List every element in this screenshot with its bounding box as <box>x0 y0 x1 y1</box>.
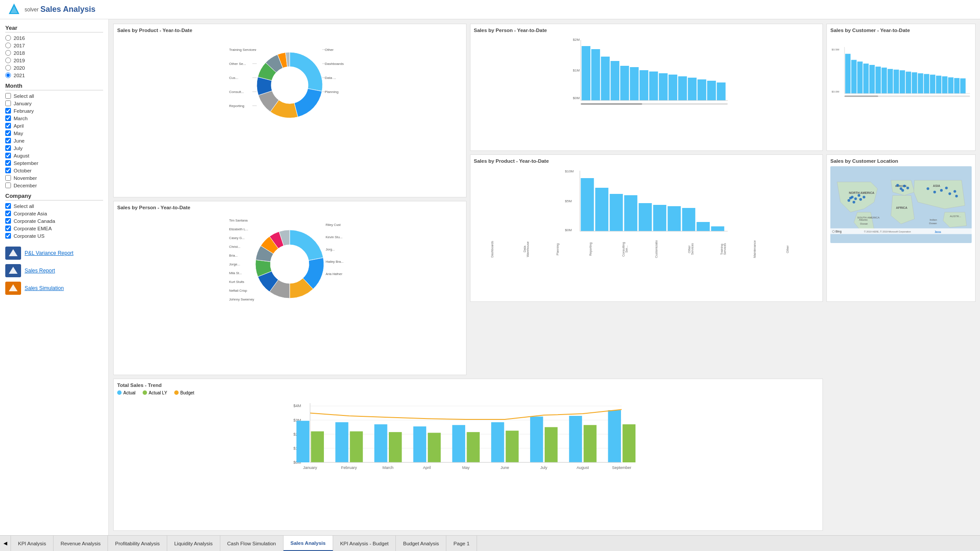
svg-text:Neftali Crisp: Neftali Crisp <box>229 289 247 293</box>
tab-liquidity-analysis[interactable]: Liquidity Analysis <box>167 536 220 551</box>
svg-rect-99 <box>696 222 710 231</box>
svg-rect-155 <box>428 433 441 462</box>
svg-rect-31 <box>857 61 862 93</box>
bottom-tabs: ◀ KPI AnalysisRevenue AnalysisProfitabil… <box>0 535 980 551</box>
legend-item-budget: Budget <box>174 390 194 395</box>
company-item-corporate-asia[interactable]: Corporate Asia <box>5 210 103 217</box>
svg-text:$0.5M: $0.5M <box>832 48 839 51</box>
product-donut-card: Sales by Product - Year-to-Date Training… <box>113 24 467 197</box>
month-item-select-all[interactable]: Select all <box>5 92 103 100</box>
month-item-june[interactable]: June <box>5 137 103 144</box>
tab-cash-flow-simulation[interactable]: Cash Flow Simulation <box>220 536 284 551</box>
svg-point-122 <box>896 184 899 187</box>
svg-text:March: March <box>382 465 393 470</box>
svg-rect-160 <box>530 416 543 462</box>
svg-rect-30 <box>851 60 857 93</box>
month-item-july[interactable]: July <box>5 144 103 152</box>
svg-text:Ocean: Ocean <box>929 222 937 225</box>
svg-point-117 <box>847 199 850 202</box>
svg-rect-151 <box>350 431 363 462</box>
month-item-september[interactable]: September <box>5 159 103 167</box>
month-item-october[interactable]: October <box>5 167 103 174</box>
tab-revenue-analysis[interactable]: Revenue Analysis <box>54 536 108 551</box>
svg-rect-150 <box>335 422 348 462</box>
svg-rect-10 <box>601 57 610 100</box>
svg-rect-52 <box>844 96 878 97</box>
month-item-january[interactable]: January <box>5 100 103 107</box>
legend-item-actual-ly: Actual LY <box>143 390 167 395</box>
svg-point-119 <box>859 198 862 201</box>
year-item-2016[interactable]: 2016 <box>5 34 103 42</box>
svg-rect-29 <box>845 54 851 93</box>
tab-page-1[interactable]: Page 1 <box>446 536 477 551</box>
sidebar-link-p&l-variance-report[interactable]: P&L Variance Report <box>5 247 103 260</box>
svg-text:Kurt Stults: Kurt Stults <box>229 280 244 284</box>
product-bar-svg: $10M $5M $0M <box>474 166 819 239</box>
svg-text:Indian: Indian <box>930 218 937 221</box>
svg-text:$0.0M: $0.0M <box>832 90 839 93</box>
svg-rect-12 <box>620 66 629 100</box>
month-item-august[interactable]: August <box>5 152 103 159</box>
tab-budget-analysis[interactable]: Budget Analysis <box>396 536 446 551</box>
svg-rect-153 <box>389 432 402 462</box>
svg-rect-16 <box>659 73 668 100</box>
svg-point-118 <box>853 201 855 204</box>
svg-point-72 <box>270 245 309 283</box>
month-item-february[interactable]: February <box>5 107 103 114</box>
company-item-corporate-us[interactable]: Corporate US <box>5 232 103 240</box>
svg-text:AUSTR...: AUSTR... <box>950 215 961 218</box>
svg-text:Kevin Stu...: Kevin Stu... <box>326 235 342 239</box>
map-svg: NORTH AMERICA Atlantic Ocean SOUTH AMERI… <box>830 166 972 243</box>
year-item-2021[interactable]: 2021 <box>5 72 103 79</box>
svg-text:Cus...: Cus... <box>229 76 238 80</box>
month-item-april[interactable]: April <box>5 122 103 129</box>
svg-rect-161 <box>545 427 558 462</box>
year-item-2019[interactable]: 2019 <box>5 57 103 64</box>
company-item-corporate-canada[interactable]: Corporate Canada <box>5 217 103 225</box>
svg-text:$1M: $1M <box>573 68 580 72</box>
svg-rect-96 <box>653 205 666 231</box>
month-item-march[interactable]: March <box>5 114 103 122</box>
svg-text:Data ...: Data ... <box>325 76 336 80</box>
svg-rect-40 <box>912 72 917 93</box>
sidebar-link-sales-report[interactable]: Sales Report <box>5 264 103 277</box>
svg-text:$5M: $5M <box>565 199 572 203</box>
svg-text:September: September <box>612 465 631 470</box>
svg-rect-39 <box>906 72 911 93</box>
tab-prev-arrow[interactable]: ◀ <box>0 536 11 551</box>
svg-rect-163 <box>584 425 597 462</box>
month-item-november[interactable]: November <box>5 174 103 182</box>
year-item-2017[interactable]: 2017 <box>5 42 103 49</box>
product-donut-svg: Training ServicesOther Se...Cus...Consul… <box>228 38 351 130</box>
svg-rect-98 <box>682 208 695 231</box>
svg-rect-17 <box>668 75 677 100</box>
svg-text:Jorg...: Jorg... <box>326 247 335 251</box>
legend-item-actual: Actual <box>117 390 136 395</box>
tab-kpi-analysis---budget[interactable]: KPI Analysis - Budget <box>333 536 396 551</box>
svg-rect-165 <box>623 424 636 462</box>
sales-by-customer-chart: Sales by Customer - Year-to-Date $0.5M $… <box>826 24 976 151</box>
person-donut-svg: Tim SantanaElizabeth L...Casey G...Chris… <box>228 215 351 311</box>
month-item-may[interactable]: May <box>5 129 103 137</box>
svg-text:Jorge...: Jorge... <box>229 262 240 266</box>
year-item-2018[interactable]: 2018 <box>5 49 103 57</box>
sidebar-link-sales-simulation[interactable]: Sales Simulation <box>5 282 103 295</box>
svg-marker-3 <box>9 267 18 274</box>
tab-kpi-analysis[interactable]: KPI Analysis <box>11 536 54 551</box>
legend-label: Actual LY <box>149 390 167 395</box>
tab-profitability-analysis[interactable]: Profitability Analysis <box>108 536 167 551</box>
company-item-select-all[interactable]: Select all <box>5 202 103 210</box>
svg-point-116 <box>858 194 860 197</box>
year-item-2020[interactable]: 2020 <box>5 64 103 72</box>
svg-rect-164 <box>608 410 621 462</box>
month-item-december[interactable]: December <box>5 182 103 189</box>
svg-rect-35 <box>882 68 887 93</box>
svg-text:Aria Hafner: Aria Hafner <box>326 272 342 276</box>
customer-bar-svg: $0.5M $0.0M <box>830 36 972 106</box>
company-item-corporate-emea[interactable]: Corporate EMEA <box>5 225 103 232</box>
month-section-title: Month <box>5 82 103 90</box>
svg-text:Ocean: Ocean <box>860 222 868 225</box>
svg-text:$0M: $0M <box>573 96 580 100</box>
tab-sales-analysis[interactable]: Sales Analysis <box>284 536 333 551</box>
svg-text:July: July <box>540 465 548 470</box>
